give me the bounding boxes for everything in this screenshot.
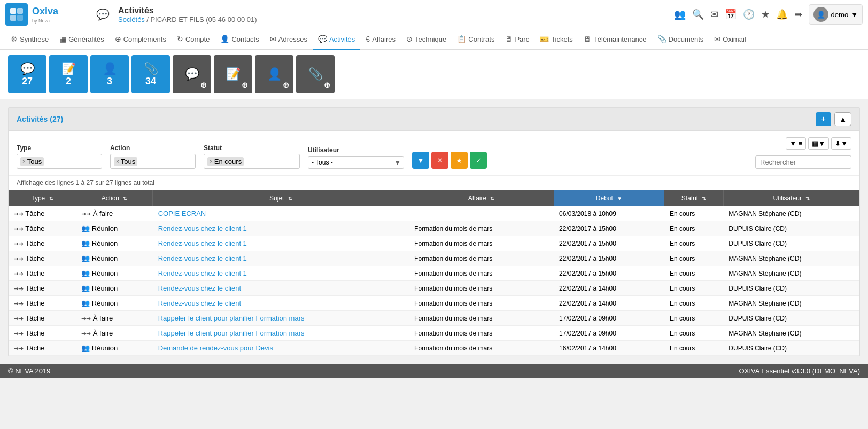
table-row[interactable]: ➜➜ Tâche 👥 Réunion Rendez-vous chez le c…: [9, 296, 859, 311]
cell-sujet[interactable]: COPIE ECRAN: [153, 206, 409, 221]
search-input[interactable]: [755, 155, 851, 169]
cell-sujet[interactable]: Rendez-vous chez le client: [153, 296, 409, 311]
svg-rect-1: [17, 8, 23, 14]
cell-sujet[interactable]: Rendez-vous chez le client 1: [153, 251, 409, 266]
icon-btn-add-attachment[interactable]: 📎 ⊕: [296, 55, 335, 93]
add-activity-button[interactable]: +: [816, 112, 831, 126]
nav-contacts[interactable]: 👤 Contacts: [215, 29, 264, 50]
mail-icon[interactable]: ✉: [710, 9, 718, 20]
logo-icon: [5, 3, 28, 26]
logout-icon[interactable]: ➡: [794, 9, 802, 20]
star-icon[interactable]: ★: [761, 9, 770, 20]
nav-affaires[interactable]: € Affaires: [360, 29, 401, 50]
sujet-link[interactable]: Rendez-vous chez le client 1: [158, 224, 247, 232]
grid-view-button[interactable]: ▦▼: [808, 137, 829, 150]
col-debut[interactable]: Début ▼: [554, 190, 664, 206]
activities-header: Activités (27) + ▲: [9, 108, 859, 131]
users-icon[interactable]: 👥: [674, 9, 686, 20]
export-button[interactable]: ⬇▼: [831, 137, 851, 150]
breadcrumb[interactable]: Sociétés / PICARD ET FILS (05 46 00 00 0…: [118, 15, 257, 24]
col-utilisateur[interactable]: Utilisateur ⇅: [723, 190, 859, 206]
cell-action: 👥 Réunion: [76, 251, 152, 266]
nav-technique[interactable]: ⊙ Technique: [401, 29, 452, 50]
nav-parc[interactable]: 🖥 Parc: [500, 29, 534, 50]
cell-sujet[interactable]: Rendez-vous chez le client 1: [153, 236, 409, 251]
sujet-link[interactable]: Rendez-vous chez le client 1: [158, 269, 247, 277]
sujet-link[interactable]: Rendez-vous chez le client 1: [158, 239, 247, 247]
icon-btn-add-message[interactable]: 💬 ⊕: [173, 55, 211, 93]
cell-sujet[interactable]: Rendez-vous chez le client: [153, 281, 409, 296]
icon-btn-notes[interactable]: 📝 2: [49, 55, 88, 93]
nav-activites[interactable]: 💬 Activités: [313, 29, 360, 50]
contacts-icon: 👤: [220, 35, 229, 43]
cell-sujet[interactable]: Rappeler le client pour planifier Format…: [153, 326, 409, 341]
col-type[interactable]: Type ⇅: [9, 190, 76, 206]
table-row[interactable]: ➜➜ Tâche ➜➜ À faire COPIE ECRAN 06/03/20…: [9, 206, 859, 221]
documents-icon: 📎: [657, 35, 666, 43]
col-action[interactable]: Action ⇅: [76, 190, 152, 206]
toggle-section-button[interactable]: ▲: [834, 112, 851, 126]
cell-sujet[interactable]: Demande de rendez-vous pour Devis: [153, 341, 409, 356]
icon-btn-contacts2[interactable]: 👤 3: [90, 55, 129, 93]
type-select[interactable]: × Tous: [17, 154, 102, 169]
utilisateur-select[interactable]: - Tous -: [308, 156, 404, 169]
nav-oximail[interactable]: ✉ Oximail: [709, 29, 751, 50]
cell-sujet[interactable]: Rendez-vous chez le client 1: [153, 266, 409, 281]
cell-action: 👥 Réunion: [76, 281, 152, 296]
cell-action: ➜➜ À faire: [76, 206, 152, 221]
table-row[interactable]: ➜➜ Tâche 👥 Réunion Rendez-vous chez le c…: [9, 251, 859, 266]
search-icon[interactable]: 🔍: [692, 9, 704, 20]
generalites-icon: ▦: [59, 35, 66, 43]
table-row[interactable]: ➜➜ Tâche 👥 Réunion Rendez-vous chez le c…: [9, 236, 859, 251]
user-button[interactable]: 👤 demo ▼: [809, 4, 863, 25]
nav-contrats[interactable]: 📋 Contrats: [452, 29, 500, 50]
table-row[interactable]: ➜➜ Tâche 👥 Réunion Rendez-vous chez le c…: [9, 221, 859, 236]
bell-icon[interactable]: 🔔: [776, 9, 788, 20]
nav-compte[interactable]: ↻ Compte: [172, 29, 215, 50]
history-icon[interactable]: 🕐: [743, 9, 755, 20]
icon-btn-add-note[interactable]: 📝 ⊕: [214, 55, 252, 93]
breadcrumb-societes[interactable]: Sociétés: [118, 15, 145, 24]
filter-favorite-button[interactable]: ★: [451, 152, 468, 169]
sujet-link[interactable]: COPIE ECRAN: [158, 209, 206, 217]
filter-clear-button[interactable]: ✕: [431, 152, 448, 169]
cell-statut: En cours: [664, 296, 723, 311]
sujet-link[interactable]: Rendez-vous chez le client 1: [158, 254, 247, 262]
group-icon: 👥: [81, 254, 90, 262]
table-row[interactable]: ➜➜ Tâche 👥 Réunion Rendez-vous chez le c…: [9, 266, 859, 281]
statut-select[interactable]: × En cours: [204, 154, 300, 169]
cell-debut: 06/03/2018 à 10h09: [554, 206, 664, 221]
sujet-link[interactable]: Rappeler le client pour planifier Format…: [158, 329, 305, 337]
nav-adresses[interactable]: ✉ Adresses: [265, 29, 313, 50]
cell-sujet[interactable]: Rendez-vous chez le client 1: [153, 221, 409, 236]
icon-btn-messages[interactable]: 💬 27: [8, 55, 46, 93]
table-row[interactable]: ➜➜ Tâche 👥 Réunion Rendez-vous chez le c…: [9, 281, 859, 296]
sujet-link[interactable]: Rendez-vous chez le client: [158, 284, 241, 292]
sujet-link[interactable]: Demande de rendez-vous pour Devis: [158, 344, 273, 352]
cell-affaire: Formation du mois de mars: [409, 296, 554, 311]
sujet-link[interactable]: Rappeler le client pour planifier Format…: [158, 314, 305, 322]
table-row[interactable]: ➜➜ Tâche ➜➜ À faire Rappeler le client p…: [9, 311, 859, 326]
arrow-icon: ➜➜: [14, 300, 24, 307]
col-statut[interactable]: Statut ⇅: [664, 190, 723, 206]
view-controls: ▼ ≡ ▦▼ ⬇▼: [786, 137, 851, 150]
nav-tickets[interactable]: 🎫 Tickets: [534, 29, 578, 50]
nav-complements[interactable]: ⊕ Compléments: [110, 29, 172, 50]
filter-confirm-button[interactable]: ✓: [470, 152, 487, 169]
nav-telemaintenance[interactable]: 🖥 Télémaintenance: [578, 29, 652, 50]
icon-btn-attachments[interactable]: 📎 34: [131, 55, 170, 93]
col-affaire[interactable]: Affaire ⇅: [409, 190, 554, 206]
table-row[interactable]: ➜➜ Tâche 👥 Réunion Demande de rendez-vou…: [9, 341, 859, 356]
filter-apply-button[interactable]: ▼: [412, 152, 429, 169]
calendar-icon[interactable]: 📅: [725, 9, 737, 20]
nav-documents[interactable]: 📎 Documents: [652, 29, 709, 50]
table-row[interactable]: ➜➜ Tâche ➜➜ À faire Rappeler le client p…: [9, 326, 859, 341]
icon-btn-add-contact[interactable]: 👤 ⊕: [255, 55, 293, 93]
nav-generalites[interactable]: ▦ Généralités: [54, 29, 109, 50]
col-sujet[interactable]: Sujet ⇅: [153, 190, 409, 206]
filter-view-button[interactable]: ▼ ≡: [786, 137, 806, 150]
sujet-link[interactable]: Rendez-vous chez le client: [158, 299, 241, 307]
cell-sujet[interactable]: Rappeler le client pour planifier Format…: [153, 311, 409, 326]
nav-synthese[interactable]: ⚙ Synthèse: [5, 29, 54, 50]
action-select[interactable]: × Tous: [110, 154, 196, 169]
